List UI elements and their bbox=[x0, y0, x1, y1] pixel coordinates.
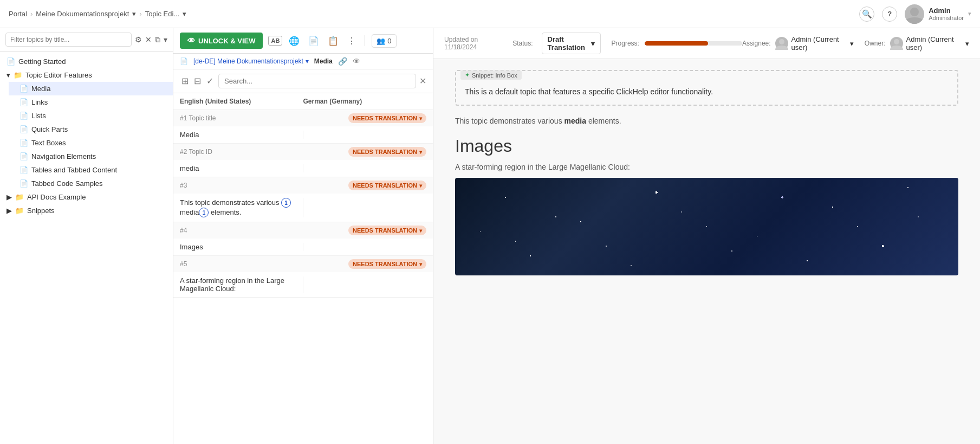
sidebar-item-tables[interactable]: 📄 Tables and Tabbed Content bbox=[9, 163, 173, 177]
file-icon-media: 📄 bbox=[20, 85, 28, 93]
sidebar-label-lists: Lists bbox=[31, 112, 46, 120]
svg-point-1 bbox=[779, 39, 784, 44]
sidebar-label-getting-started: Getting Started bbox=[18, 57, 66, 66]
link-icon[interactable]: 🔗 bbox=[338, 57, 347, 66]
trans-german-1[interactable] bbox=[303, 131, 426, 139]
assignee-value[interactable]: Admin (Current user) ▾ bbox=[775, 35, 854, 52]
status-select[interactable]: Draft Translation ▾ bbox=[542, 33, 601, 54]
sidebar-item-media[interactable]: 📄 Media bbox=[9, 82, 173, 95]
needs-translation-badge-5[interactable]: NEEDS TRANSLATION ▾ bbox=[348, 259, 426, 269]
owner-avatar bbox=[890, 37, 903, 50]
file-icon-lists: 📄 bbox=[20, 112, 28, 120]
topic-desc-before: This topic demonstrates various bbox=[455, 117, 564, 125]
view-grid-icon[interactable]: ⊟ bbox=[192, 74, 203, 88]
status-chevron: ▾ bbox=[591, 40, 595, 48]
trans-row-content-2: media bbox=[173, 160, 433, 177]
trans-german-2[interactable] bbox=[303, 164, 426, 172]
toolbar-icons: AB 🌐 📄 📋 ⋮ 👥 0 bbox=[268, 34, 396, 48]
toolbar-icon-more[interactable]: ⋮ bbox=[345, 34, 358, 48]
content-panel: Updated on 11/18/2024 Status: Draft Tran… bbox=[433, 28, 980, 444]
svg-point-2 bbox=[894, 39, 899, 44]
breadcrumb-portal[interactable]: Portal bbox=[9, 10, 27, 18]
status-value: Draft Translation bbox=[548, 35, 588, 52]
clear-filter-icon[interactable]: ✕ bbox=[145, 35, 152, 44]
badge-label-5: NEEDS TRANSLATION bbox=[353, 261, 417, 267]
folder-icon-snippets: 📁 bbox=[15, 207, 24, 215]
sidebar-label-media: Media bbox=[31, 85, 50, 93]
project-chevron: ▾ bbox=[306, 57, 309, 65]
sidebar-item-snippets[interactable]: ▶ 📁 Snippets bbox=[0, 204, 173, 217]
eye-icon[interactable]: 👁 bbox=[353, 57, 360, 66]
badge-chevron-4: ▾ bbox=[419, 228, 422, 234]
toolbar-icon-doc2[interactable]: 📋 bbox=[326, 34, 341, 48]
toolbar-icon-ab[interactable]: AB bbox=[268, 36, 282, 46]
badge-chevron-1: ▾ bbox=[419, 115, 422, 121]
sidebar-item-nav-elements[interactable]: 📄 Navigation Elements bbox=[9, 150, 173, 163]
assignee-label: Assignee: bbox=[742, 40, 771, 47]
owner-chevron: ▾ bbox=[965, 40, 969, 48]
toolbar-icon-globe[interactable]: 🌐 bbox=[287, 34, 302, 48]
trans-row-content-3: This topic demonstrates various 1media1 … bbox=[173, 194, 433, 222]
file-icon-quick-parts: 📄 bbox=[20, 125, 28, 133]
sidebar-label-api: API Docs Example bbox=[27, 193, 86, 201]
breadcrumb-arrow: ▾ bbox=[132, 10, 136, 18]
row-num-2: #2 Topic ID bbox=[180, 148, 212, 156]
row-num-4: #4 bbox=[180, 227, 187, 234]
file-icon-links: 📄 bbox=[20, 98, 28, 106]
owner-label: Owner: bbox=[865, 40, 886, 47]
breadcrumb-project[interactable]: Meine Dokumentationsprojekt bbox=[36, 10, 129, 18]
view-check-icon[interactable]: ✓ bbox=[205, 74, 215, 88]
owner-value[interactable]: Admin (Current user) ▾ bbox=[890, 35, 969, 52]
expand-icon[interactable]: ▾ bbox=[164, 35, 167, 44]
view-table-icon[interactable]: ⊞ bbox=[180, 74, 190, 88]
trans-english-4: Images bbox=[180, 243, 303, 251]
file-icon-nav: 📄 bbox=[20, 152, 28, 160]
trans-row-content-4: Images bbox=[173, 239, 433, 255]
help-icon-btn[interactable]: ? bbox=[882, 7, 897, 22]
sidebar-item-lists[interactable]: 📄 Lists bbox=[9, 109, 173, 123]
inline-badge-2: 1 bbox=[199, 208, 209, 217]
project-link[interactable]: [de-DE] Meine Dokumentationsprojekt ▾ bbox=[193, 57, 309, 65]
trans-english-2: media bbox=[180, 164, 303, 172]
badge-label-1: NEEDS TRANSLATION bbox=[353, 115, 417, 121]
sidebar-label-text-boxes: Text Boxes bbox=[31, 139, 66, 147]
trans-row-2: #2 Topic ID NEEDS TRANSLATION ▾ media bbox=[173, 144, 433, 177]
trans-german-3[interactable] bbox=[303, 198, 426, 217]
needs-translation-badge-3[interactable]: NEEDS TRANSLATION ▾ bbox=[348, 181, 426, 190]
sidebar-item-links[interactable]: 📄 Links bbox=[9, 95, 173, 109]
progress-label: Progress: bbox=[612, 40, 639, 47]
trans-german-5[interactable] bbox=[303, 276, 426, 293]
sidebar-item-text-boxes[interactable]: 📄 Text Boxes bbox=[9, 136, 173, 150]
unlock-icon: 👁 bbox=[187, 36, 195, 45]
copy-icon[interactable]: ⧉ bbox=[155, 35, 160, 44]
filter-input[interactable] bbox=[5, 33, 132, 47]
needs-translation-badge-4[interactable]: NEEDS TRANSLATION ▾ bbox=[348, 226, 426, 235]
sidebar-item-topic-editor-features[interactable]: ▾ 📁 Topic Editor Features bbox=[0, 68, 173, 82]
unlock-view-button[interactable]: 👁 UNLOCK & VIEW bbox=[180, 33, 263, 49]
breadcrumb-topic[interactable]: Topic Edi... bbox=[145, 10, 180, 18]
search-input[interactable] bbox=[218, 74, 416, 88]
media-tab[interactable]: Media bbox=[314, 57, 333, 65]
sidebar-item-getting-started[interactable]: 📄 Getting Started bbox=[0, 55, 173, 68]
star-caption: A star-forming region in the Large Magel… bbox=[455, 163, 958, 171]
sidebar-item-tabbed-code[interactable]: 📄 Tabbed Code Samples bbox=[9, 177, 173, 190]
search-icon-btn[interactable]: 🔍 bbox=[859, 7, 874, 22]
filter-icon[interactable]: ⚙ bbox=[135, 35, 142, 44]
file-icon-text-boxes: 📄 bbox=[20, 139, 28, 147]
progress-fill bbox=[645, 41, 708, 46]
user-chevron: ▾ bbox=[968, 10, 971, 17]
col-header-german: German (Germany) bbox=[303, 98, 427, 105]
users-count: 0 bbox=[387, 37, 391, 45]
sidebar-label-links: Links bbox=[31, 98, 48, 106]
needs-translation-badge-1[interactable]: NEEDS TRANSLATION ▾ bbox=[348, 113, 426, 123]
toolbar-icon-doc[interactable]: 📄 bbox=[306, 34, 321, 48]
trans-german-4[interactable] bbox=[303, 243, 426, 251]
needs-translation-badge-2[interactable]: NEEDS TRANSLATION ▾ bbox=[348, 147, 426, 157]
sidebar-item-api-docs[interactable]: ▶ 📁 API Docs Example bbox=[0, 190, 173, 204]
sidebar-item-quick-parts[interactable]: 📄 Quick Parts bbox=[9, 123, 173, 136]
user-info[interactable]: Admin Administrator ▾ bbox=[905, 4, 971, 24]
search-clear-icon[interactable]: ✕ bbox=[419, 76, 426, 86]
breadcrumb-sep-2: › bbox=[139, 10, 141, 18]
users-badge[interactable]: 👥 0 bbox=[372, 34, 396, 48]
sidebar-label-tables: Tables and Tabbed Content bbox=[31, 166, 117, 174]
